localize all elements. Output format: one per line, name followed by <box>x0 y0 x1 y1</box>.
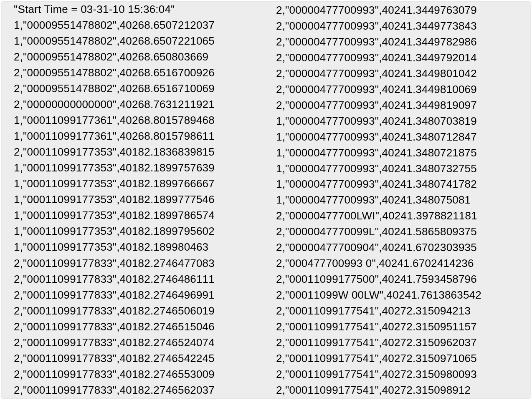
right-column: 2,"00000477700993",40241.34497630792,"00… <box>268 2 530 398</box>
data-row: 1,"00000477700993",40241.3480732755 <box>276 163 523 174</box>
data-row: 2,"00011099177833",40182.2746496991 <box>14 289 261 300</box>
data-row: 1,"00011099177353",40182.1899786574 <box>14 210 261 221</box>
data-row: 2,"00011099W 00LW",40241.7613863542 <box>276 289 523 300</box>
data-row: 2,"00011099177353",40182.1836839815 <box>14 146 261 157</box>
data-row: 2,"00000477700993",40241.3449810069 <box>276 84 523 95</box>
data-row: 2,"000477700993 0",40241.6702414236 <box>276 258 523 269</box>
data-row: 2,"00011099177541",40272.3150962037 <box>276 337 523 348</box>
data-row: 2,"00011099177541",40272.3150980093 <box>276 369 523 380</box>
data-row: 2,"00000477700993",40241.3449792014 <box>276 52 523 63</box>
data-row: 1,"00011099177353",40182.1899757639 <box>14 162 261 173</box>
left-column: "Start Time = 03-31-10 15:36:04" 1,"0000… <box>2 2 268 398</box>
data-row: 1,"00000477700993",40241.3480703819 <box>276 116 523 126</box>
data-row: 1,"00009551478802",40268.6507221065 <box>14 35 261 46</box>
data-row: 2,"00011099177541",40272.3150971065 <box>276 353 523 364</box>
data-row: 2,"00011099177541",40272.315094213 <box>276 305 523 316</box>
data-row: 1,"00011099177353",40182.1899777546 <box>14 194 261 205</box>
data-row: 1,"00011099177353",40182.189980463 <box>14 242 261 252</box>
data-row: 1,"00011099177361",40268.8015789468 <box>14 115 261 126</box>
data-row: 2,"00011099177833",40182.2746524074 <box>14 337 261 348</box>
data-row: 2,"00011099177833",40182.2746562037 <box>14 385 261 395</box>
data-row: 2,"00000477700993",40241.3449773843 <box>276 20 523 31</box>
data-row: 2,"00011099177541",40272.3150951157 <box>276 321 523 332</box>
data-row: 1,"00000477700993",40241.348075081 <box>276 194 523 205</box>
data-row: 1,"00009551478802",40268.6507212037 <box>14 20 261 30</box>
data-row: 2,"00011099177833",40182.2746553009 <box>14 369 261 380</box>
data-row: 1,"00011099177353",40182.1899795602 <box>14 226 261 236</box>
data-row: 2,"00011099177541",40272.315098912 <box>276 385 523 395</box>
data-row: 2,"00011099177833",40182.2746506019 <box>14 305 261 316</box>
data-row: 2,"00011099177500",40241.7593458796 <box>276 274 523 284</box>
data-row: 2,"00011099177833",40182.2746542245 <box>14 353 261 364</box>
data-row: 2,"00011099177833",40182.2746477083 <box>14 258 261 269</box>
data-row: 1,"00000477700993",40241.3480712847 <box>276 131 523 142</box>
data-row: 1,"00011099177353",40182.1899766667 <box>14 178 261 189</box>
data-row: 1,"00000477700993",40241.3480741782 <box>276 179 523 189</box>
data-row: 2,"00000477700993",40241.3449782986 <box>276 36 523 47</box>
data-row: 2,"00009551478802",40268.6516710069 <box>14 83 261 94</box>
data-panel: "Start Time = 03-31-10 15:36:04" 1,"0000… <box>2 2 530 398</box>
data-row: 1,"00011099177361",40268.8015798611 <box>14 131 261 141</box>
data-row: 2,"00011099177833",40182.2746515046 <box>14 321 261 332</box>
data-row: 2,"00000477700993",40241.3449801042 <box>276 68 523 79</box>
data-row: 2,"00000477700993",40241.3449819097 <box>276 100 523 111</box>
data-row: 1,"00000477700993",40241.3480721875 <box>276 147 523 158</box>
data-row: 2,"00000000000000",40268.7631211921 <box>14 99 261 110</box>
header-line: "Start Time = 03-31-10 15:36:04" <box>14 4 261 15</box>
data-row: 2,"00011099177833",40182.2746486111 <box>14 274 261 284</box>
data-row: 2,"00000477700904",40241.6702303935 <box>276 242 523 253</box>
data-row: 2,"0000047770099L",40241.5865809375 <box>276 226 523 237</box>
data-row: 2,"00000477700993",40241.3449763079 <box>276 5 523 15</box>
data-row: 2,"00009551478802",40268.650803669 <box>14 51 261 62</box>
data-row: 2,"00009551478802",40268.6516700926 <box>14 67 261 78</box>
data-row: 2,"00000477700LWI",40241.3978821181 <box>276 210 523 221</box>
